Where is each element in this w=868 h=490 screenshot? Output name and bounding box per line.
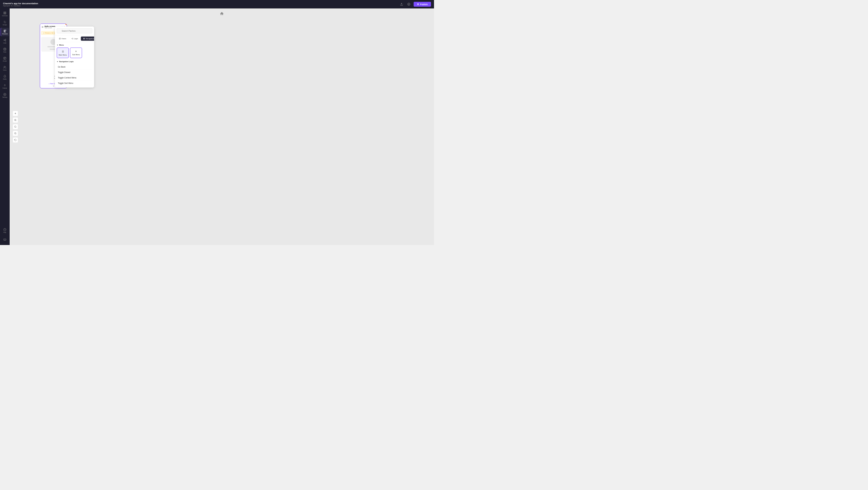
- notify-icon: [3, 75, 6, 78]
- app-title-group: Chavini's app for documentation Appspotr…: [3, 2, 38, 7]
- svg-point-10: [4, 40, 4, 41]
- main-menu-icon: ☰: [62, 50, 64, 53]
- logic-tab-icon: [71, 38, 73, 39]
- settings-icon: [3, 93, 6, 96]
- menu-chevron: ▼: [57, 44, 58, 46]
- sidebar-item-overview[interactable]: Overview: [1, 10, 9, 18]
- sidebar-item-keyboard[interactable]: [1, 235, 9, 244]
- svg-point-11: [5, 39, 6, 40]
- sidebar-item-data[interactable]: Data: [1, 46, 9, 54]
- svg-rect-14: [4, 57, 6, 59]
- notify-label: Notify: [3, 78, 7, 80]
- sidebar-item-settings[interactable]: Settings: [1, 91, 9, 99]
- svg-point-25: [14, 126, 16, 127]
- sidebar-item-structure[interactable]: Structure: [1, 28, 9, 36]
- sidebar-top: Overview Design Structure Logic: [0, 10, 10, 99]
- publish-sidebar-label: Publish: [3, 87, 7, 89]
- warning-icon: ⚠: [43, 32, 44, 34]
- svg-point-13: [4, 48, 6, 49]
- topbar-right: Publish: [399, 2, 431, 7]
- toggle-context-menu-item[interactable]: Toggle Context Menu: [57, 75, 92, 81]
- nav-logic-chevron: ▼: [57, 61, 58, 62]
- svg-rect-30: [59, 38, 61, 39]
- main-menu-item[interactable]: ☰ Main Menu: [57, 48, 69, 58]
- svg-rect-8: [4, 31, 5, 31]
- svg-rect-3: [5, 12, 6, 13]
- svg-rect-4: [5, 13, 6, 14]
- svg-point-6: [4, 22, 5, 23]
- publish-button[interactable]: Publish: [414, 2, 431, 7]
- topbar: Chavini's app for documentation Appspotr…: [0, 0, 434, 8]
- keyboard-icon: [3, 238, 6, 241]
- sidebar-item-design[interactable]: Design: [1, 19, 9, 27]
- app-title: Chavini's app for documentation: [3, 2, 38, 4]
- settings-label: Settings: [2, 96, 7, 98]
- svg-point-33: [72, 39, 73, 39]
- sidebar: Overview Design Structure Logic: [0, 8, 10, 245]
- svg-line-26: [16, 127, 16, 128]
- assets-label: Assets: [3, 60, 7, 62]
- app-subtitle: Appspotr SL Sandbox: [3, 4, 38, 7]
- search-input[interactable]: [57, 28, 92, 33]
- canvas-toolbar: [13, 111, 18, 143]
- home-icon[interactable]: [220, 11, 224, 17]
- sub-menu-item[interactable]: ≡ Sub Menu: [70, 48, 82, 58]
- add-tool[interactable]: [13, 111, 18, 116]
- help-label: Help: [3, 232, 6, 233]
- assets-icon: [3, 57, 6, 60]
- publish-icon: [3, 84, 6, 87]
- export-button[interactable]: [399, 2, 404, 7]
- design-label: Design: [3, 24, 7, 25]
- users-label: Users: [3, 69, 7, 71]
- sub-menu-icon: ≡: [75, 50, 77, 53]
- structure-label: Structure: [2, 33, 7, 34]
- svg-point-15: [4, 66, 5, 67]
- preview-button[interactable]: [407, 2, 411, 7]
- tab-views[interactable]: Views: [57, 36, 68, 41]
- menu-section-header[interactable]: ▼ Menu: [57, 44, 92, 46]
- go-back-item[interactable]: Go Back: [57, 64, 92, 70]
- sidebar-item-users[interactable]: Users: [1, 64, 9, 72]
- sidebar-item-notify[interactable]: Notify: [1, 73, 9, 82]
- users-icon: [3, 66, 6, 69]
- svg-rect-7: [4, 30, 6, 30]
- sidebar-item-assets[interactable]: Assets: [1, 55, 9, 63]
- tab-logic[interactable]: Logic: [69, 36, 80, 41]
- patches-panel: 🔍 Views Logic Navigation ▼: [55, 27, 94, 88]
- refresh-tool[interactable]: [13, 137, 18, 143]
- list-icon: ☰: [42, 26, 44, 28]
- patches-tabs: Views Logic Navigation: [55, 35, 94, 42]
- zoom-out-tool[interactable]: [13, 131, 18, 136]
- main-canvas: ☰ Hello screen Hello screen ⤢ ⋮ ⚠ Choose…: [10, 8, 434, 245]
- sidebar-item-publish[interactable]: Publish: [1, 82, 9, 91]
- svg-line-22: [16, 121, 16, 121]
- navigation-tab-icon: [83, 38, 85, 39]
- data-label: Data: [3, 51, 6, 53]
- orange-indicator: [65, 24, 67, 25]
- svg-point-12: [5, 40, 6, 41]
- svg-rect-18: [4, 239, 6, 241]
- structure-icon: [4, 30, 7, 33]
- sidebar-item-help[interactable]: Help: [1, 226, 9, 235]
- sidebar-item-logic[interactable]: Logic: [1, 37, 9, 45]
- overview-label: Overview: [2, 15, 8, 16]
- search-wrap: 🔍: [57, 28, 92, 33]
- logic-icon: [3, 39, 6, 42]
- zoom-fit-tool[interactable]: [13, 124, 18, 129]
- views-tab-icon: [59, 38, 61, 39]
- svg-point-31: [71, 38, 72, 39]
- menu-items: ☰ Main Menu ≡ Sub Menu: [57, 48, 92, 58]
- toggle-sort-menu-item[interactable]: Toggle Sort Menu: [57, 81, 92, 86]
- svg-rect-5: [4, 13, 4, 14]
- sidebar-bottom: Help: [0, 226, 10, 244]
- nav-logic-items: Go Back Toggle Drawer Toggle Context Men…: [57, 64, 92, 86]
- svg-point-16: [4, 94, 5, 95]
- toggle-drawer-item[interactable]: Toggle Drawer: [57, 70, 92, 75]
- tab-navigation[interactable]: Navigation: [81, 36, 94, 41]
- data-icon: [3, 48, 6, 51]
- nav-logic-section-header[interactable]: ▼ Navigation Logic: [57, 61, 92, 63]
- svg-point-1: [408, 4, 409, 5]
- design-icon: [3, 21, 6, 24]
- grid-icon: [3, 11, 6, 14]
- zoom-in-tool[interactable]: [13, 117, 18, 123]
